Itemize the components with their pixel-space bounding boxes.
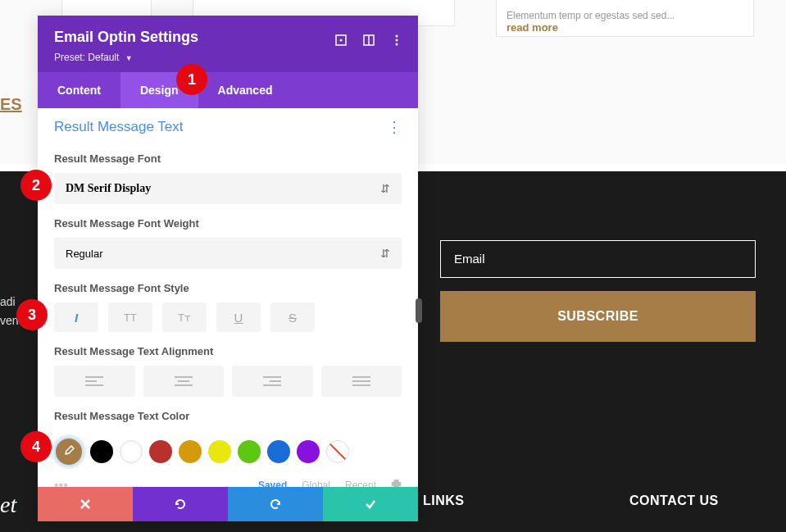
align-left-button[interactable] <box>54 366 135 397</box>
style-underline-button[interactable]: U <box>216 302 261 332</box>
bg-heading-fragment: ES <box>0 95 22 114</box>
font-select[interactable]: DM Serif Display ⇵ <box>54 173 402 204</box>
annotation-badge-4: 4 <box>20 431 52 462</box>
weight-value: Regular <box>66 248 103 260</box>
chevron-icon: ⇵ <box>380 247 390 260</box>
font-field: Result Message Font DM Serif Display ⇵ <box>38 146 418 211</box>
chevron-down-icon: ▼ <box>125 54 133 62</box>
undo-button[interactable] <box>133 487 228 521</box>
expand-icon[interactable] <box>334 34 348 47</box>
align-buttons <box>54 366 402 397</box>
card-text: Elementum temp or egestas sed sed... <box>507 10 743 21</box>
style-buttons: I TT Tᴛ U S <box>54 302 402 332</box>
save-button[interactable] <box>323 487 418 521</box>
align-label: Result Message Text Alignment <box>54 345 402 357</box>
color-label: Result Message Text Color <box>54 410 402 422</box>
style-field: Result Message Font Style I TT Tᴛ U S <box>38 275 418 339</box>
font-label: Result Message Font <box>54 152 402 165</box>
align-right-button[interactable] <box>232 366 313 397</box>
header-icons <box>334 34 403 47</box>
color-swatches <box>38 437 418 466</box>
section-header[interactable]: Result Message Text ⋮ <box>38 108 418 146</box>
more-icon[interactable] <box>390 34 403 47</box>
close-button[interactable] <box>38 487 133 521</box>
weight-label: Result Message Font Weight <box>54 217 402 230</box>
color-swatch-yellow[interactable] <box>208 440 231 463</box>
font-value: DM Serif Display <box>66 182 151 195</box>
bottom-actions <box>38 487 418 521</box>
color-swatch-darkred[interactable] <box>149 440 172 463</box>
panel-body: Result Message Text ⋮ Result Message Fon… <box>38 108 418 487</box>
footer-links-heading: LINKS <box>423 493 465 508</box>
align-field: Result Message Text Alignment <box>38 339 418 403</box>
bg-card-3: Elementum temp or egestas sed sed... rea… <box>496 0 754 37</box>
panel-tabs: Content Design Advanced <box>38 72 418 108</box>
panel-preset[interactable]: Preset: Default ▼ <box>54 49 402 64</box>
annotation-badge-2: 2 <box>20 170 52 201</box>
subscribe-button[interactable]: SUBSCRIBE <box>440 291 756 342</box>
email-input[interactable]: Email <box>440 240 756 278</box>
preset-label: Preset: Default <box>54 52 119 63</box>
style-label: Result Message Font Style <box>54 282 402 294</box>
color-swatch-green[interactable] <box>238 440 261 463</box>
style-italic-button[interactable]: I <box>54 302 98 332</box>
style-strikethrough-button[interactable]: S <box>270 302 315 332</box>
color-swatch-purple[interactable] <box>297 440 320 463</box>
settings-panel: Email Optin Settings Preset: Default ▼ C… <box>38 16 418 521</box>
weight-field: Result Message Font Weight Regular ⇵ <box>38 211 418 275</box>
footer-contact-heading: CONTACT US <box>629 493 719 508</box>
bg-text-fragment-3: et <box>0 492 16 518</box>
color-swatch-none[interactable] <box>326 440 349 463</box>
annotation-badge-1: 1 <box>176 64 207 95</box>
color-swatch-black[interactable] <box>90 440 113 463</box>
read-more-link[interactable]: read more <box>507 21 743 34</box>
svg-point-6 <box>396 43 398 46</box>
bg-text-fragment-1: adi <box>0 295 16 308</box>
svg-point-1 <box>340 39 343 42</box>
color-swatch-white[interactable] <box>120 440 143 463</box>
color-picker-button[interactable] <box>54 437 84 466</box>
scrollbar[interactable] <box>416 298 422 323</box>
svg-point-4 <box>396 35 398 38</box>
tab-advanced[interactable]: Advanced <box>198 72 293 108</box>
align-center-button[interactable] <box>143 366 225 397</box>
email-placeholder: Email <box>454 252 485 266</box>
style-uppercase-button[interactable]: TT <box>108 302 152 332</box>
redo-button[interactable] <box>228 487 323 521</box>
align-justify-button[interactable] <box>321 366 402 397</box>
section-title: Result Message Text <box>54 119 183 135</box>
color-swatch-blue[interactable] <box>267 440 290 463</box>
chevron-icon: ⇵ <box>380 182 390 195</box>
color-swatch-orange[interactable] <box>179 440 202 463</box>
style-smallcaps-button[interactable]: Tᴛ <box>162 302 207 332</box>
panel-header: Email Optin Settings Preset: Default ▼ <box>38 16 418 72</box>
tab-content[interactable]: Content <box>38 72 120 108</box>
columns-icon[interactable] <box>362 34 375 47</box>
color-field: Result Message Text Color <box>38 403 418 437</box>
svg-point-5 <box>396 39 398 42</box>
weight-select[interactable]: Regular ⇵ <box>54 238 402 269</box>
annotation-badge-3: 3 <box>16 299 48 330</box>
section-menu-icon[interactable]: ⋮ <box>387 118 402 136</box>
